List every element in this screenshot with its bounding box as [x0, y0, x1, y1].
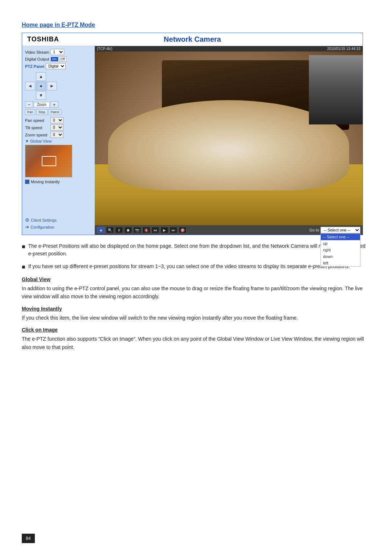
- camera-title: Network Camera: [164, 35, 221, 44]
- pan-button[interactable]: Pan: [25, 109, 35, 115]
- tilt-speed-row: Tilt speed 012: [25, 124, 92, 131]
- video-area: [95, 52, 363, 225]
- snapshot-icon[interactable]: 📷: [133, 227, 141, 233]
- video-stream-label: Video Stream: [25, 50, 49, 54]
- ptz-right-button[interactable]: ►: [47, 82, 57, 90]
- bottom-links: ⚙ Client Settings ➜ Configuration: [25, 214, 92, 235]
- dropdown-item-up[interactable]: up: [321, 240, 360, 247]
- pan-speed-label: Pan speed: [25, 118, 50, 123]
- body-section: ■ The e-Preset Positions will also be di…: [22, 242, 370, 351]
- global-view-title: Global View: [22, 276, 370, 282]
- digital-output-on-button[interactable]: On: [51, 57, 58, 61]
- ptz-panel-label: PTZ Panel: [25, 64, 44, 69]
- bullet-2-text: If you have set up different e-preset po…: [28, 263, 350, 270]
- goto-select-wrapper: -- Select one -- up right down left -- S…: [320, 227, 360, 233]
- prev-icon[interactable]: ⏮: [151, 227, 159, 233]
- pause-icon[interactable]: ⏸: [115, 227, 123, 233]
- record-icon[interactable]: ■: [97, 227, 105, 233]
- digital-output-row: Digital Output On Off: [25, 57, 92, 62]
- ptz-up-button[interactable]: ▲: [36, 72, 46, 81]
- play-icon[interactable]: ▶: [160, 227, 168, 233]
- furniture-back: [309, 55, 363, 125]
- stop-button[interactable]: Stop: [36, 109, 48, 115]
- settings-icon: ⚙: [25, 217, 29, 223]
- ptz-empty-bl: [25, 91, 35, 100]
- zoom-speed-label: Zoom speed: [25, 133, 50, 137]
- ptz-down-button[interactable]: ▼: [36, 91, 46, 100]
- zoom-row: − Zoom +: [25, 101, 92, 108]
- click-on-image-title: Click on Image: [22, 327, 370, 333]
- goto-select[interactable]: -- Select one -- up right down left: [320, 227, 360, 233]
- page-number: 84: [22, 534, 35, 543]
- right-panel: (TCP-AV) 2010/01/15 13:44:33 ■: [95, 46, 363, 235]
- camera-header: TOSHIBA Network Camera: [22, 33, 363, 46]
- moving-instantly-label: Moving Instantly: [31, 180, 60, 184]
- moving-instantly-checkbox[interactable]: ✓: [25, 180, 29, 184]
- goto-label: Go to: [309, 228, 319, 232]
- bullet-1-icon: ■: [22, 242, 25, 251]
- dropdown-item-select[interactable]: -- Select one --: [321, 234, 360, 240]
- camera-frame: TOSHIBA Network Camera Video Stream 123 …: [22, 33, 363, 235]
- bullet-text-2: ■ If you have set up different e-preset …: [22, 263, 370, 271]
- pan-speed-select[interactable]: 012: [50, 117, 64, 123]
- global-view-thumbnail[interactable]: [25, 145, 72, 177]
- global-view-body: In addition to using the e-PTZ control p…: [22, 284, 370, 301]
- search-video-icon[interactable]: 🔍: [106, 227, 114, 233]
- configuration-link[interactable]: ➜ Configuration: [25, 224, 92, 230]
- pan-speed-row: Pan speed 012: [25, 117, 92, 123]
- video-info-bar: (TCP-AV) 2010/01/15 13:44:33: [95, 46, 363, 52]
- ptz-center-button[interactable]: ●: [36, 82, 46, 90]
- ptz-panel-select[interactable]: Digital: [46, 63, 66, 69]
- page-wrapper: Home page in E-PTZ Mode TOSHIBA Network …: [0, 0, 392, 554]
- ptz-panel-row: PTZ Panel Digital: [25, 63, 92, 69]
- client-settings-link[interactable]: ⚙ Client Settings: [25, 217, 92, 223]
- timestamp-label: 2010/01/15 13:44:33: [327, 47, 360, 51]
- config-icon: ➜: [25, 224, 29, 230]
- patrol-button[interactable]: Patrol: [49, 109, 62, 115]
- dropdown-item-down[interactable]: down: [321, 253, 360, 260]
- ptz-empty-tr: [47, 72, 57, 81]
- camera-body: Video Stream 123 Digital Output On Off P…: [22, 46, 363, 235]
- ptz-left-button[interactable]: ◄: [25, 82, 35, 90]
- ptz-empty-tl: [25, 72, 35, 81]
- tilt-speed-label: Tilt speed: [25, 126, 50, 130]
- zoom-speed-select[interactable]: 012: [50, 132, 64, 138]
- section-title: Home page in E-PTZ Mode: [22, 22, 370, 28]
- next-icon[interactable]: ⏭: [170, 227, 177, 233]
- tilt-speed-select[interactable]: 012: [50, 124, 64, 131]
- moving-instantly-row: ✓ Moving Instantly: [25, 180, 92, 184]
- action-buttons: Pan Stop Patrol: [25, 109, 92, 115]
- bullet-text-1: ■ The e-Preset Positions will also be di…: [22, 242, 370, 258]
- ptz-icon[interactable]: 🎯: [179, 227, 187, 233]
- click-on-image-body: The e-PTZ function also supports “Click …: [22, 335, 370, 351]
- bullet-2-icon: ■: [22, 263, 25, 271]
- bullet-1-text: The e-Preset Positions will also be disp…: [28, 242, 370, 258]
- zoom-label: Zoom: [34, 102, 50, 107]
- speaker-icon[interactable]: 🔇: [142, 227, 150, 233]
- protocol-label: (TCP-AV): [97, 47, 113, 51]
- moving-instantly-body: If you check this item, the live view wi…: [22, 314, 370, 322]
- dropdown-item-right[interactable]: right: [321, 247, 360, 253]
- goto-area: Go to -- Select one -- up right down lef…: [309, 227, 360, 233]
- global-view-label: ▼ Global View:: [25, 139, 92, 143]
- video-toolbar: ■ 🔍 ⏸ ⏹ 📷 🔇 ⏮ ▶ ⏭ 🎯 Go to -: [95, 225, 363, 235]
- video-stream-select[interactable]: 123: [50, 49, 64, 55]
- left-panel: Video Stream 123 Digital Output On Off P…: [22, 46, 95, 235]
- toshiba-logo: TOSHIBA: [27, 36, 59, 43]
- video-feed: [95, 52, 363, 225]
- stop-video-icon[interactable]: ⏹: [124, 227, 132, 233]
- moving-instantly-title: Moving Instantly: [22, 306, 370, 312]
- ptz-empty-br: [47, 91, 57, 100]
- zoom-speed-row: Zoom speed 012: [25, 132, 92, 138]
- dropdown-item-left[interactable]: left: [321, 260, 360, 266]
- global-view-overlay[interactable]: [42, 156, 56, 166]
- goto-dropdown-list: -- Select one -- up right down left: [320, 233, 360, 267]
- video-stream-row: Video Stream 123: [25, 49, 92, 55]
- zoom-minus-button[interactable]: −: [25, 101, 33, 108]
- ptz-pad: ▲ ◄ ● ► ▼: [25, 72, 57, 100]
- zoom-plus-button[interactable]: +: [50, 101, 58, 108]
- digital-output-off-button[interactable]: Off: [59, 57, 67, 62]
- digital-output-label: Digital Output: [25, 57, 49, 61]
